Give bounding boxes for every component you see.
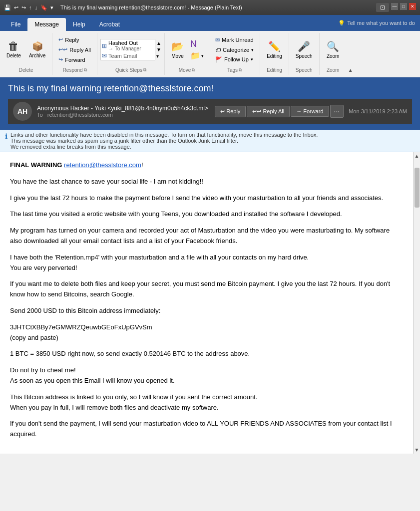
forward-action-icon: → xyxy=(296,108,302,114)
more-actions-btn[interactable]: ··· xyxy=(330,105,344,118)
move-button[interactable]: 📂 Move xyxy=(168,38,187,61)
close-btn[interactable]: ✕ xyxy=(409,3,416,10)
forward-button[interactable]: ↪ Forward xyxy=(55,55,94,64)
follow-up-icon: 🚩 xyxy=(215,56,222,63)
reply-action-btn[interactable]: ↩ Reply xyxy=(215,106,246,117)
email-body-wrapper: FINAL WARNING retention@thesslstore.com!… xyxy=(0,152,420,454)
quick-steps-group: ⊞ Hashed Out → To Manager ✉ Team Email ▲… xyxy=(97,33,165,75)
tags-expand-icon[interactable]: ⧉ xyxy=(239,67,242,73)
quick-step-team-email[interactable]: ✉ Team Email xyxy=(101,52,155,60)
move-expand-icon[interactable]: ⧉ xyxy=(192,67,195,73)
body-p3: The last time you visited a erotic websi… xyxy=(10,209,403,220)
forward-action-btn[interactable]: → Forward xyxy=(291,106,329,117)
message-date: Mon 3/11/2019 2:23 AM xyxy=(349,108,407,114)
title-bar-left: 💾 ↩ ↪ ↑ ↓ 🔖 ▾ This is my final warning r… xyxy=(4,4,242,11)
scroll-down-arrow[interactable]: ▼ xyxy=(414,446,420,454)
final-warning-line: FINAL WARNING retention@thesslstore.com! xyxy=(10,160,403,171)
email-link[interactable]: retention@thesslstore.com xyxy=(64,161,141,169)
follow-up-dropdown[interactable]: ▾ xyxy=(251,57,253,62)
quick-steps-up[interactable]: ▲ xyxy=(156,40,161,46)
info-icon: ℹ xyxy=(5,132,7,140)
delete-group-content: 🗑 Delete 📦 Archive xyxy=(0,33,52,66)
quick-step-hashed-out[interactable]: ⊞ Hashed Out → To Manager xyxy=(101,39,155,52)
categorize-dropdown[interactable]: ▾ xyxy=(251,47,254,52)
delete-group: 🗑 Delete 📦 Archive Delete xyxy=(0,33,52,75)
speech-group: 🎤 Speech Speech xyxy=(289,33,320,75)
sender-to: To retention@thesslstore.com xyxy=(37,112,210,118)
body-p7: Send 2000 USD to this Bitcoin address im… xyxy=(10,306,403,316)
reply-all-action-btn[interactable]: ↩↩ Reply All xyxy=(247,106,290,117)
reply-icon: ↩ xyxy=(58,36,63,43)
respond-col: ↩ Reply ↩↩ Reply All ↪ Forward xyxy=(55,35,94,64)
message-subject: This is my final warning retention@thess… xyxy=(8,83,412,94)
tab-help[interactable]: Help xyxy=(66,18,92,31)
quick-steps-expand-icon[interactable]: ⧉ xyxy=(143,67,146,73)
more-move-btn[interactable]: 📁 ▾ xyxy=(190,51,204,60)
body-p9: 1 BTC = 3850 USD right now, so send exac… xyxy=(10,349,403,359)
zoom-group: 🔍 Zoom Zoom xyxy=(320,33,347,75)
title-bar: 💾 ↩ ↪ ↑ ↓ 🔖 ▾ This is my final warning r… xyxy=(0,0,420,15)
quick-steps-content: ⊞ Hashed Out → To Manager ✉ Team Email ▲… xyxy=(97,33,164,66)
mark-unread-button[interactable]: ✉ Mark Unread xyxy=(212,35,257,45)
body-p1: You have the last chance to save your so… xyxy=(10,177,403,187)
tab-message[interactable]: Message xyxy=(27,18,66,31)
zoom-button[interactable]: 🔍 Zoom xyxy=(323,38,344,61)
layout-toggle-btn[interactable]: ⊡ xyxy=(376,3,389,12)
editing-icon: ✏️ xyxy=(268,40,281,52)
lightbulb-icon: 💡 xyxy=(338,20,345,26)
ribbon-expand-btn[interactable]: ▲ xyxy=(347,33,355,75)
message-action-buttons: ↩ Reply ↩↩ Reply All → Forward ··· xyxy=(215,105,344,118)
move-group: 📂 Move N 📁 ▾ Move ⧉ xyxy=(165,33,209,75)
up-icon[interactable]: ↑ xyxy=(29,4,32,10)
reply-button[interactable]: ↩ Reply xyxy=(55,35,94,44)
body-p2: I give you the last 72 hours to make the… xyxy=(10,193,403,204)
scrollbar[interactable]: ▲ ▼ xyxy=(413,152,420,454)
quick-steps-down[interactable]: ▼ xyxy=(156,47,161,52)
delete-button[interactable]: 🗑 Delete xyxy=(3,39,24,60)
editing-group-content: ✏️ Editing xyxy=(260,33,289,66)
reply-action-label: Reply xyxy=(226,108,240,114)
move-group-content: 📂 Move N 📁 ▾ xyxy=(165,33,209,66)
zoom-group-content: 🔍 Zoom xyxy=(320,33,347,66)
editing-button[interactable]: ✏️ Editing xyxy=(263,38,286,61)
archive-button[interactable]: 📦 Archive xyxy=(25,39,49,60)
onenote-btn[interactable]: N xyxy=(190,39,204,49)
body-p5: I have both the 'Retention.mp4' with you… xyxy=(10,253,403,273)
mark-unread-icon: ✉ xyxy=(215,37,220,43)
scroll-up-arrow[interactable]: ▲ xyxy=(414,152,420,160)
reply-all-action-icon: ↩↩ xyxy=(252,108,261,115)
respond-group-footer: Respond ⧉ xyxy=(52,66,97,75)
maximize-btn[interactable]: □ xyxy=(400,3,407,10)
follow-up-button[interactable]: 🚩 Follow Up ▾ xyxy=(212,55,257,64)
reply-all-button[interactable]: ↩↩ Reply All xyxy=(55,45,94,54)
respond-expand-icon[interactable]: ⧉ xyxy=(84,67,87,73)
sender-name: Anonymous Hacker - Yuki <yuki_881@b.4n0n… xyxy=(37,105,210,112)
hashed-out-icon: ⊞ xyxy=(102,42,107,49)
title-text: This is my final warning retention@thess… xyxy=(60,4,242,10)
reply-all-action-label: Reply All xyxy=(263,108,284,114)
delete-label: Delete xyxy=(19,67,33,73)
tab-acrobat[interactable]: Acrobat xyxy=(92,18,127,31)
quick-steps-more[interactable]: ▾ xyxy=(156,53,161,59)
reply-all-icon: ↩↩ xyxy=(58,46,67,53)
down-icon[interactable]: ↓ xyxy=(35,4,38,10)
forward-action-label: Forward xyxy=(303,108,323,114)
zoom-group-footer: Zoom xyxy=(320,66,347,75)
tab-file[interactable]: File xyxy=(4,18,27,31)
speech-button[interactable]: 🎤 Speech xyxy=(292,38,316,61)
editing-group: ✏️ Editing Editing xyxy=(260,33,289,75)
redo-icon[interactable]: ↪ xyxy=(21,4,26,11)
undo-icon[interactable]: ↩ xyxy=(14,4,18,11)
tell-me-text[interactable]: Tell me what you want to do xyxy=(347,20,415,26)
dropdown-icon[interactable]: ▾ xyxy=(50,4,53,11)
quick-steps-controls: ▲ ▼ ▾ xyxy=(156,40,161,59)
tell-me-bar[interactable]: 💡 Tell me what you want to do xyxy=(333,20,420,26)
minimize-btn[interactable]: — xyxy=(391,3,398,10)
tags-col: ✉ Mark Unread 🏷 Categorize ▾ 🚩 Follow Up… xyxy=(212,35,257,64)
respond-group: ↩ Reply ↩↩ Reply All ↪ Forward Respond ⧉ xyxy=(52,33,97,75)
categorize-button[interactable]: 🏷 Categorize ▾ xyxy=(212,45,257,54)
title-bar-controls[interactable]: ⊡ — □ ✕ xyxy=(376,3,416,12)
quick-steps-footer: Quick Steps ⧉ xyxy=(97,66,164,75)
tag-icon[interactable]: 🔖 xyxy=(40,4,47,11)
scroll-thumb[interactable] xyxy=(415,168,420,208)
